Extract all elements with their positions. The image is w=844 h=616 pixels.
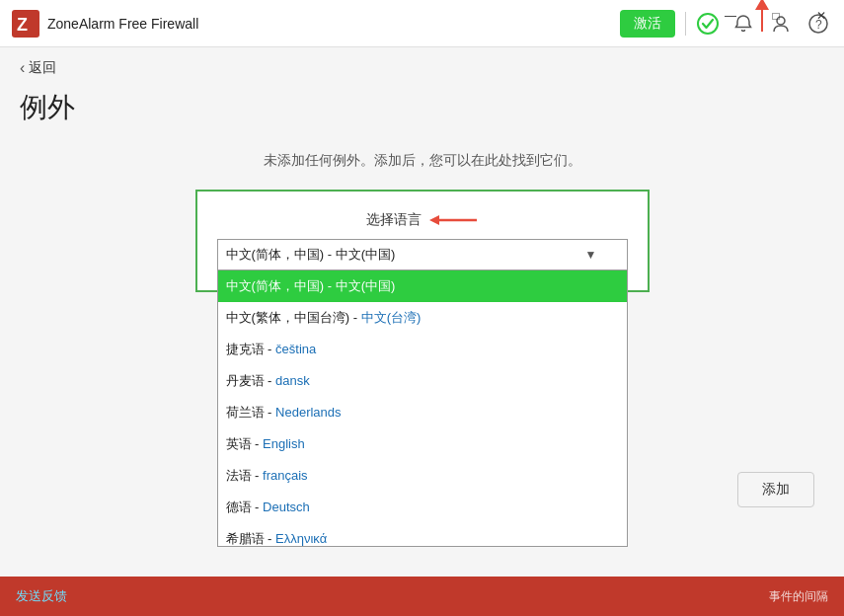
svg-marker-7 xyxy=(429,215,439,225)
item-chinese-name: 中文(繁体，中国台湾) - xyxy=(226,310,361,325)
item-chinese-name: 德语 - xyxy=(226,500,264,514)
language-select-wrapper: 中文(简体，中国) - 中文(中国) ▼ 中文(简体，中国) - 中文(中国)中… xyxy=(217,239,628,270)
list-item[interactable]: 荷兰语 - Nederlands xyxy=(218,397,627,428)
item-chinese-name: 法语 - xyxy=(226,468,264,483)
item-native-name: Ελληνικά xyxy=(275,531,327,546)
language-dropdown: 中文(简体，中国) - 中文(中国)中文(繁体，中国台湾) - 中文(台湾)捷克… xyxy=(217,270,628,547)
dropdown-arrow-icon: ▼ xyxy=(585,248,597,262)
window-controls: — □ ✕ xyxy=(708,0,844,32)
bottom-right-text: 事件的间隔 xyxy=(769,588,828,605)
activate-button[interactable]: 激活 xyxy=(620,10,675,38)
svg-text:Z: Z xyxy=(17,15,28,35)
add-button-area: 添加 xyxy=(737,472,814,507)
item-native-name: Deutsch xyxy=(263,500,310,514)
language-label-row: 选择语言 xyxy=(217,211,628,229)
divider xyxy=(685,12,686,36)
item-native-name: français xyxy=(263,468,308,483)
item-native-name: dansk xyxy=(275,373,310,388)
logo-icon: Z xyxy=(12,10,39,38)
item-chinese-name: 捷克语 - xyxy=(226,342,276,356)
feedback-link[interactable]: 发送反馈 xyxy=(16,587,67,605)
item-native-name: 中文(中国) xyxy=(336,278,396,293)
bottom-bar: 发送反馈 事件的间隔 xyxy=(0,577,844,616)
item-native-name: English xyxy=(263,436,305,451)
item-native-name: čeština xyxy=(275,342,316,356)
minimize-button[interactable]: — xyxy=(708,0,753,32)
item-chinese-name: 荷兰语 - xyxy=(226,405,276,420)
dropdown-scroll-area[interactable]: 中文(简体，中国) - 中文(中国)中文(繁体，中国台湾) - 中文(台湾)捷克… xyxy=(218,270,627,547)
app-logo: Z ZoneAlarm Free Firewall xyxy=(12,10,198,38)
item-chinese-name: 希腊语 - xyxy=(226,531,276,546)
item-chinese-name: 丹麦语 - xyxy=(226,373,276,388)
list-item[interactable]: 中文(简体，中国) - 中文(中国) xyxy=(218,270,627,302)
main-content: ‹ 返回 例外 未添加任何例外。添加后，您可以在此处找到它们。 选择语言 中文(… xyxy=(0,47,844,616)
add-button[interactable]: 添加 xyxy=(737,472,814,507)
item-chinese-name: 英语 - xyxy=(226,436,264,451)
selected-value-text: 中文(简体，中国) - 中文(中国) xyxy=(226,246,396,264)
empty-message: 未添加任何例外。添加后，您可以在此处找到它们。 xyxy=(0,152,844,170)
close-button[interactable]: ✕ xyxy=(799,0,844,32)
list-item[interactable]: 英语 - English xyxy=(218,428,627,460)
list-item[interactable]: 丹麦语 - dansk xyxy=(218,365,627,397)
app-title: ZoneAlarm Free Firewall xyxy=(47,16,198,32)
back-navigation[interactable]: ‹ 返回 xyxy=(0,47,844,89)
list-item[interactable]: 中文(繁体，中国台湾) - 中文(台湾) xyxy=(218,302,627,334)
language-select-display[interactable]: 中文(简体，中国) - 中文(中国) ▼ xyxy=(217,239,628,270)
back-label: 返回 xyxy=(29,59,56,77)
red-arrow-icon xyxy=(429,211,479,229)
item-chinese-name: 中文(简体，中国) - xyxy=(226,278,336,293)
list-item[interactable]: 法语 - français xyxy=(218,460,627,492)
item-native-name: Nederlands xyxy=(275,405,342,420)
arrow-annotation xyxy=(761,0,763,32)
list-item[interactable]: 希腊语 - Ελληνικά xyxy=(218,523,627,547)
item-native-name: 中文(台湾) xyxy=(361,310,422,325)
list-item[interactable]: 捷克语 - čeština xyxy=(218,334,627,365)
back-arrow-icon: ‹ xyxy=(20,59,25,77)
page-title: 例外 xyxy=(0,89,844,142)
select-language-label: 选择语言 xyxy=(366,211,422,229)
list-item[interactable]: 德语 - Deutsch xyxy=(218,492,627,523)
language-dialog: 选择语言 中文(简体，中国) - 中文(中国) ▼ 中文(简体，中国) - 中文… xyxy=(195,190,650,292)
arrow-head xyxy=(755,0,769,10)
